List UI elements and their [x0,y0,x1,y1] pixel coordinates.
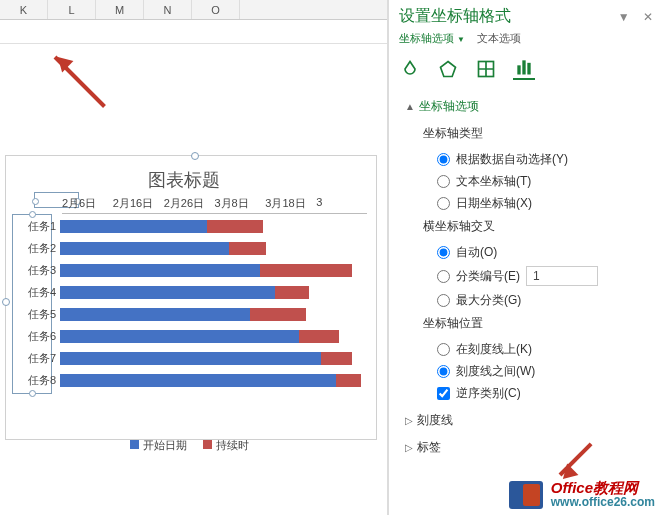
table-row: 任务6 [18,325,367,347]
pane-title: 设置坐标轴格式 [399,6,511,27]
section-axis-options[interactable]: ▲坐标轴选项 [399,92,653,119]
pane-dropdown-icon[interactable]: ▼ [618,10,630,24]
watermark-text: Office [551,479,593,496]
chart-title[interactable]: 图表标题 [0,168,367,192]
legend-label: 持续时 [216,439,249,451]
table-row: 任务5 [18,303,367,325]
svg-rect-2 [517,65,520,74]
table-row: 任务1 [18,215,367,237]
watermark: Office教程网 www.office26.com [509,480,655,509]
subtab-axis-options[interactable]: 坐标轴选项 [399,32,454,44]
radio-on-tick[interactable]: 在刻度线上(K) [423,338,653,360]
category-num-input[interactable] [526,266,598,286]
size-icon[interactable] [475,58,497,80]
radio-category-num[interactable]: 分类编号(E) [423,263,653,289]
x-axis[interactable]: 2月6日 2月16日 2月26日 3月8日 3月18日 3 [62,196,367,214]
watermark-url: www.office26.com [551,495,655,509]
radio-date-axis[interactable]: 日期坐标轴(X) [423,192,653,214]
grid-row[interactable] [0,20,387,44]
table-row: 任务4 [18,281,367,303]
x-tick: 3 [316,196,367,214]
x-tick: 3月18日 [265,196,316,214]
group-axis-position: 坐标轴位置 [423,315,653,332]
chart-plot-area[interactable]: 任务1 任务2 任务3 任务4 任务5 任务6 任务7 任务8 [18,215,367,435]
radio-auto-by-data[interactable]: 根据数据自动选择(Y) [423,148,653,170]
watermark-text: 教程网 [593,479,638,496]
table-row: 任务8 [18,369,367,391]
section-ticks[interactable]: ▷刻度线 [399,406,653,433]
svg-marker-0 [441,62,456,77]
col-header-m[interactable]: M [96,0,144,19]
section-labels[interactable]: ▷标签 [399,433,653,460]
col-header-k[interactable]: K [0,0,48,19]
radio-auto[interactable]: 自动(O) [423,241,653,263]
check-reverse-categories[interactable]: 逆序类别(C) [423,382,653,404]
group-axis-type: 坐标轴类型 [423,125,653,142]
table-row: 任务2 [18,237,367,259]
legend-swatch-blue [130,440,139,449]
svg-rect-3 [522,60,525,74]
legend-swatch-red [203,440,212,449]
axis-icon[interactable] [513,58,535,80]
group-hcross: 横坐标轴交叉 [423,218,653,235]
column-headers: K L M N O [0,0,387,20]
table-row: 任务3 [18,259,367,281]
col-header-l[interactable]: L [48,0,96,19]
worksheet-area[interactable]: K L M N O 图表标题 2月6日 2月16日 2月26日 3月8日 3月1… [0,0,388,515]
close-icon[interactable]: ✕ [643,10,653,24]
watermark-logo-icon [509,481,543,509]
svg-rect-4 [527,63,530,75]
radio-max-category[interactable]: 最大分类(G) [423,289,653,311]
fill-icon[interactable] [399,58,421,80]
radio-text-axis[interactable]: 文本坐标轴(T) [423,170,653,192]
table-row: 任务7 [18,347,367,369]
radio-between-tick[interactable]: 刻度线之间(W) [423,360,653,382]
x-tick: 2月16日 [113,196,164,214]
chart-legend[interactable]: 开始日期 持续时 [0,438,367,453]
x-tick: 2月6日 [62,196,113,214]
legend-label: 开始日期 [143,439,187,451]
subtab-text-options[interactable]: 文本选项 [477,32,521,44]
x-tick: 2月26日 [164,196,215,214]
col-header-o[interactable]: O [192,0,240,19]
x-tick: 3月8日 [214,196,265,214]
format-axis-pane: 设置坐标轴格式 ▼ ✕ 坐标轴选项 ▼ 文本选项 ▲坐标轴选项 坐标轴类型 根据… [388,0,663,515]
col-header-n[interactable]: N [144,0,192,19]
effects-icon[interactable] [437,58,459,80]
